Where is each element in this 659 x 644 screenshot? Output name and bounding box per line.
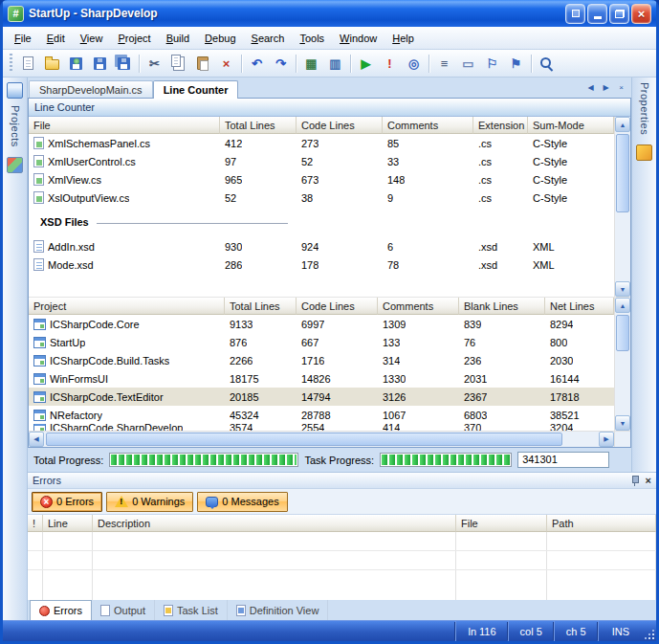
toolbar-grip[interactable]	[10, 54, 12, 73]
classes-pad-icon[interactable]	[7, 157, 23, 173]
column-header-comments[interactable]: Comments	[383, 117, 473, 134]
warnings-filter-button[interactable]: 0 Warnings	[106, 492, 193, 512]
projects-dock-tab[interactable]: Projects	[10, 105, 21, 147]
errors-panel-close-button[interactable]: ×	[646, 476, 651, 486]
column-header-description[interactable]: Description	[93, 515, 456, 532]
scroll-thumb[interactable]	[616, 315, 629, 351]
column-header-file[interactable]: File	[29, 117, 220, 134]
scroll-track[interactable]	[44, 432, 599, 447]
table-row[interactable]: XmlSchemasPanel.cs41227385.csC-Style	[29, 134, 614, 152]
next-bookmark-button[interactable]: ⚑	[504, 52, 528, 75]
column-header-file[interactable]: File	[456, 515, 547, 532]
column-header-comments[interactable]: Comments	[378, 298, 459, 315]
copy-button[interactable]	[166, 52, 190, 75]
column-header-total-lines[interactable]: Total Lines	[220, 117, 297, 134]
tab-sharpdevelopmain-cs[interactable]: SharpDevelopMain.cs	[29, 80, 153, 98]
scroll-down-button[interactable]: ▼	[615, 415, 630, 431]
menu-item-file[interactable]: File	[7, 29, 39, 48]
column-header-line[interactable]: Line	[43, 515, 93, 532]
projects-vertical-scrollbar[interactable]: ▲ ▼	[614, 298, 630, 431]
column-header-severity[interactable]: !	[28, 515, 43, 532]
table-row[interactable]: AddIn.xsd9309246.xsdXML	[29, 237, 614, 255]
errors-filter-button[interactable]: 0 Errors	[32, 492, 102, 512]
horizontal-scrollbar[interactable]: ◀ ▶	[29, 432, 614, 447]
scroll-thumb[interactable]	[46, 433, 562, 446]
column-header-total-lines[interactable]: Total Lines	[225, 298, 297, 315]
menu-item-project[interactable]: Project	[110, 29, 158, 48]
table-row[interactable]: WinFormsUI18175148261330203116144	[29, 369, 614, 388]
delete-button[interactable]: ×	[214, 52, 238, 75]
undo-button[interactable]: ↶	[245, 52, 269, 75]
scroll-up-button[interactable]: ▲	[615, 117, 630, 132]
menu-item-view[interactable]: View	[73, 29, 111, 48]
toggle-breakpoint-button[interactable]: ◎	[402, 52, 426, 75]
table-row[interactable]: XmlView.cs965673148.csC-Style	[29, 170, 614, 189]
scroll-right-button[interactable]: ▶	[599, 432, 614, 447]
table-row[interactable]: ICSharpCode.Core9133699713098398294	[29, 315, 614, 333]
task-list-button[interactable]: ≡	[432, 52, 456, 75]
scroll-down-button[interactable]: ▼	[615, 281, 630, 297]
column-header-net-lines[interactable]: Net Lines	[545, 298, 614, 315]
scroll-left-button[interactable]: ◀	[29, 432, 44, 447]
tab-scroll-right-button[interactable]: ▶	[599, 80, 613, 95]
resize-grip[interactable]	[643, 621, 656, 641]
save-all-button[interactable]	[112, 52, 136, 75]
menu-item-tools[interactable]: Tools	[292, 29, 332, 48]
menu-item-help[interactable]: Help	[384, 29, 422, 48]
tools-pad-icon[interactable]	[636, 144, 652, 161]
bottom-tab-output[interactable]: Output	[92, 600, 155, 620]
run-button[interactable]: ▶	[354, 52, 378, 75]
pin-icon[interactable]	[630, 475, 640, 487]
column-header-project[interactable]: Project	[29, 298, 225, 315]
tab-scroll-left-button[interactable]: ◀	[583, 80, 598, 95]
bottom-tab-errors[interactable]: Errors	[30, 600, 92, 620]
bottom-tab-definition-view[interactable]: Definition View	[228, 600, 329, 620]
column-header-path[interactable]: Path	[547, 515, 656, 532]
toolwindow-button[interactable]	[565, 4, 585, 24]
scroll-up-button[interactable]: ▲	[615, 298, 630, 313]
column-header-code-lines[interactable]: Code Lines	[297, 298, 378, 315]
table-row[interactable]: Mode.xsd28617878.xsdXML	[29, 255, 614, 274]
projects-pad-icon[interactable]	[7, 82, 23, 99]
menu-item-window[interactable]: Window	[332, 29, 384, 48]
minimize-button[interactable]	[587, 4, 607, 24]
table-row[interactable]: StartUp87666713376800	[29, 333, 614, 351]
table-row[interactable]: ICSharpCode.TextEditor201851479431262367…	[29, 388, 614, 406]
menu-item-edit[interactable]: Edit	[39, 29, 73, 48]
table-row[interactable]: NRefactory45324287881067680338521	[29, 406, 614, 424]
column-header-code-lines[interactable]: Code Lines	[297, 117, 383, 134]
redo-button[interactable]: ↷	[269, 52, 293, 75]
status-insert-mode[interactable]: INS	[598, 621, 643, 641]
menu-item-debug[interactable]: Debug	[197, 29, 243, 48]
table-row[interactable]: XmlUserControl.cs975233.csC-Style	[29, 152, 614, 170]
stop-build-button[interactable]: !	[378, 52, 402, 75]
scroll-track[interactable]	[615, 313, 630, 415]
messages-filter-button[interactable]: 0 Messages	[197, 492, 287, 512]
compare-grid-button[interactable]: ▥	[323, 52, 347, 75]
menu-item-search[interactable]: Search	[244, 29, 293, 48]
restore-button[interactable]	[609, 4, 629, 24]
scroll-thumb[interactable]	[616, 134, 629, 212]
table-row[interactable]: XslOutputView.cs52389.csC-Style	[29, 189, 614, 207]
bottom-tab-task-list[interactable]: Task List	[155, 600, 228, 620]
menu-item-build[interactable]: Build	[159, 29, 197, 48]
table-row[interactable]: ICSharpCode.SharpDevelop3574255441437032…	[29, 424, 614, 431]
column-header-extension[interactable]: Extension	[473, 117, 528, 134]
prev-bookmark-button[interactable]: ⚐	[480, 52, 504, 75]
new-file-button[interactable]	[16, 52, 40, 75]
scroll-track[interactable]	[615, 132, 630, 281]
properties-dock-tab[interactable]: Properties	[639, 82, 650, 135]
output-pad-button[interactable]: ▭	[456, 52, 480, 75]
save-button[interactable]	[88, 52, 112, 75]
split-grid-button[interactable]: ▦	[299, 52, 323, 75]
title-bar[interactable]: StartUp - SharpDevelop ×	[3, 0, 656, 27]
open-file-button[interactable]	[40, 52, 64, 75]
search-button[interactable]	[535, 52, 559, 75]
column-header-sum-mode[interactable]: Sum-Mode	[528, 117, 614, 134]
files-vertical-scrollbar[interactable]: ▲ ▼	[614, 117, 630, 297]
tab-close-button[interactable]: ×	[614, 80, 628, 95]
column-header-blank-lines[interactable]: Blank Lines	[459, 298, 545, 315]
close-button[interactable]: ×	[631, 4, 651, 24]
tab-line-counter[interactable]: Line Counter	[153, 80, 239, 99]
cut-button[interactable]: ✂	[143, 52, 166, 75]
